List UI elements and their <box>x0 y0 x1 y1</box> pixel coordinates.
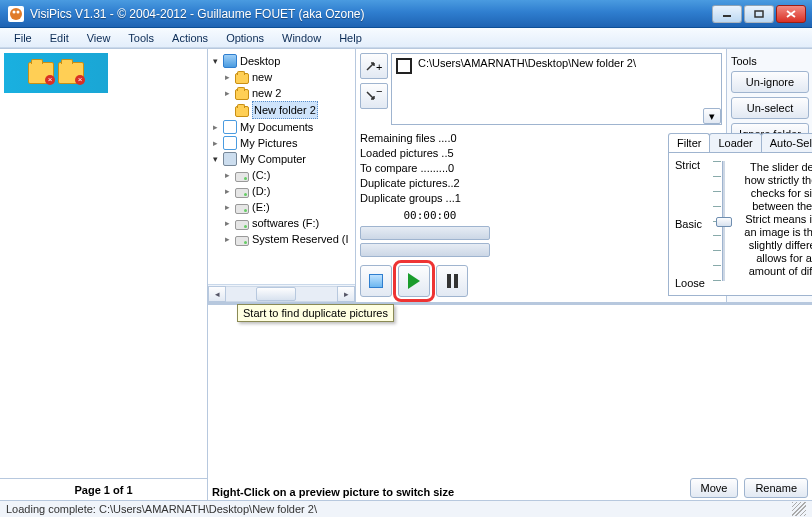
film-icon <box>395 57 413 75</box>
tree-f[interactable]: softwares (F:) <box>252 215 319 231</box>
menu-actions[interactable]: Actions <box>164 30 216 46</box>
tree-new2[interactable]: new 2 <box>252 85 281 101</box>
tree-desktop[interactable]: Desktop <box>240 53 280 69</box>
tree-mycomp[interactable]: My Computer <box>240 151 306 167</box>
svg-rect-10 <box>410 58 412 74</box>
menu-window[interactable]: Window <box>274 30 329 46</box>
close-button[interactable] <box>776 5 806 23</box>
menu-edit[interactable]: Edit <box>42 30 77 46</box>
stat-remaining: Remaining files ....0 <box>360 131 500 146</box>
center-panel: + − C:\Users\AMARNATH\Desktop\New folder… <box>356 49 726 302</box>
titlebar: VisiPics V1.31 - © 2004-2012 - Guillaume… <box>0 0 812 28</box>
preview-area[interactable]: Right-Click on a preview picture to swit… <box>208 304 812 500</box>
svg-rect-3 <box>723 15 731 17</box>
computer-icon <box>223 152 237 166</box>
path-list[interactable]: C:\Users\AMARNATH\Desktop\New folder 2\ … <box>391 53 722 125</box>
folder-tree[interactable]: ▾Desktop ▸new ▸new 2 New folder 2 ▸My Do… <box>208 49 355 284</box>
tree-sysres[interactable]: System Reserved (I <box>252 231 349 247</box>
path-text: C:\Users\AMARNATH\Desktop\New folder 2\ <box>416 54 638 124</box>
drive-icon <box>235 220 249 230</box>
stat-loaded: Loaded pictures ..5 <box>360 146 500 161</box>
tree-mypics[interactable]: My Pictures <box>240 135 297 151</box>
label-basic: Basic <box>675 218 705 230</box>
tools-header: Tools <box>731 55 808 67</box>
duplicate-group-thumb[interactable]: × × <box>4 53 108 93</box>
scroll-track[interactable] <box>226 286 337 302</box>
remove-folder-button[interactable]: − <box>360 83 388 109</box>
menu-file[interactable]: File <box>6 30 40 46</box>
svg-point-1 <box>13 10 16 13</box>
menu-view[interactable]: View <box>79 30 119 46</box>
tree-c[interactable]: (C:) <box>252 167 270 183</box>
folder-icon <box>235 89 249 100</box>
strictness-slider[interactable] <box>713 159 735 289</box>
svg-text:−: − <box>376 89 382 97</box>
thumb-folder-icon: × <box>58 62 84 84</box>
slider-knob[interactable] <box>716 217 732 227</box>
folder-icon <box>235 73 249 84</box>
slider-labels: Strict Basic Loose <box>675 159 705 289</box>
tree-new[interactable]: new <box>252 69 272 85</box>
preview-rename-button[interactable]: Rename <box>744 478 808 498</box>
documents-icon <box>223 120 237 134</box>
tab-autoselect[interactable]: Auto-Select <box>761 133 812 152</box>
maximize-button[interactable] <box>744 5 774 23</box>
filter-panel: Filter Loader Auto-Select Strict Basic L… <box>668 133 812 301</box>
progress-2 <box>360 243 490 257</box>
menu-help[interactable]: Help <box>331 30 370 46</box>
tree-d[interactable]: (D:) <box>252 183 270 199</box>
svg-point-0 <box>10 8 22 20</box>
tree-e[interactable]: (E:) <box>252 199 270 215</box>
menu-options[interactable]: Options <box>218 30 272 46</box>
tree-mydocs[interactable]: My Documents <box>240 119 313 135</box>
play-button[interactable] <box>398 265 430 297</box>
drive-icon <box>235 236 249 246</box>
pictures-icon <box>223 136 237 150</box>
unignore-button[interactable]: Un-ignore <box>731 71 809 93</box>
stat-duppics: Duplicate pictures..2 <box>360 176 500 191</box>
label-strict: Strict <box>675 159 705 171</box>
left-panel: × × Page 1 of 1 <box>0 49 208 500</box>
thumb-folder-icon: × <box>28 62 54 84</box>
play-tooltip: Start to find duplicate pictures <box>237 304 394 322</box>
svg-rect-4 <box>755 11 763 17</box>
label-loose: Loose <box>675 277 705 289</box>
drive-icon <box>235 172 249 182</box>
tab-filter[interactable]: Filter <box>668 133 710 152</box>
folder-tree-panel: ▾Desktop ▸new ▸new 2 New folder 2 ▸My Do… <box>208 49 356 302</box>
app-icon <box>8 6 24 22</box>
svg-text:+: + <box>376 61 382 73</box>
stat-dupgroups: Duplicate groups ...1 <box>360 191 500 206</box>
progress-1 <box>360 226 490 240</box>
window-title: VisiPics V1.31 - © 2004-2012 - Guillaume… <box>30 7 712 21</box>
scroll-left-button[interactable]: ◂ <box>208 286 226 302</box>
preview-move-button[interactable]: Move <box>690 478 739 498</box>
add-folder-button[interactable]: + <box>360 53 388 79</box>
resize-grip[interactable] <box>792 502 806 516</box>
desktop-icon <box>223 54 237 68</box>
folder-icon <box>235 106 249 117</box>
path-dropdown-button[interactable]: ▾ <box>703 108 721 124</box>
preview-hint: Right-Click on a preview picture to swit… <box>212 486 454 498</box>
tab-loader[interactable]: Loader <box>709 133 761 152</box>
svg-point-2 <box>17 10 20 13</box>
tree-hscrollbar[interactable]: ◂ ▸ <box>208 284 355 302</box>
status-bar: Loading complete: C:\Users\AMARNATH\Desk… <box>0 500 812 517</box>
pause-button[interactable] <box>436 265 468 297</box>
stat-timer: 00:00:00 <box>360 208 500 223</box>
svg-rect-8 <box>398 60 410 72</box>
slider-description: The slider determines how strictly the p… <box>743 159 812 289</box>
scroll-thumb[interactable] <box>256 287 296 301</box>
page-indicator: Page 1 of 1 <box>0 478 207 500</box>
thumbnail-area[interactable]: × × <box>0 49 207 478</box>
scroll-right-button[interactable]: ▸ <box>337 286 355 302</box>
drive-icon <box>235 204 249 214</box>
status-text: Loading complete: C:\Users\AMARNATH\Desk… <box>6 503 317 515</box>
unselect-button[interactable]: Un-select <box>731 97 809 119</box>
tree-newfolder2[interactable]: New folder 2 <box>252 101 318 119</box>
minimize-button[interactable] <box>712 5 742 23</box>
stop-button[interactable] <box>360 265 392 297</box>
menu-tools[interactable]: Tools <box>120 30 162 46</box>
drive-icon <box>235 188 249 198</box>
svg-rect-9 <box>396 58 398 74</box>
